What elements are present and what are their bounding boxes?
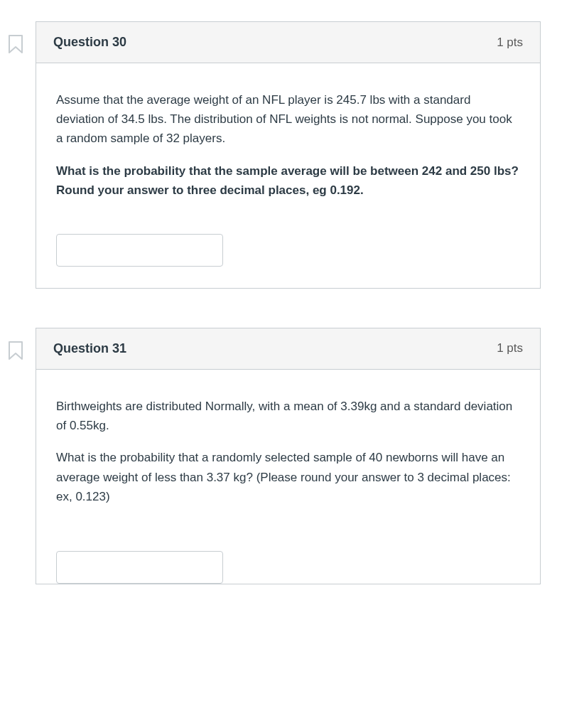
question-31-wrapper: Question 31 1 pts Birthweights are distr… <box>7 328 541 584</box>
question-context: Assume that the average weight of an NFL… <box>56 90 520 149</box>
question-title: Question 30 <box>53 35 126 50</box>
question-card: Question 30 1 pts Assume that the averag… <box>36 21 541 289</box>
bookmark-icon[interactable] <box>7 34 24 54</box>
bookmark-icon[interactable] <box>7 341 24 360</box>
answer-input[interactable] <box>56 234 223 267</box>
question-points: 1 pts <box>497 341 523 355</box>
question-points: 1 pts <box>497 36 523 50</box>
question-context: Birthweights are distributed Normally, w… <box>56 397 520 435</box>
question-header: Question 31 1 pts <box>36 328 540 370</box>
question-30-wrapper: Question 30 1 pts Assume that the averag… <box>7 21 541 289</box>
question-prompt: What is the probability that a randomly … <box>56 448 520 506</box>
question-card: Question 31 1 pts Birthweights are distr… <box>36 328 541 584</box>
answer-input[interactable] <box>56 551 223 584</box>
question-prompt: What is the probability that the sample … <box>56 161 520 200</box>
question-header: Question 30 1 pts <box>36 22 540 63</box>
question-body: Assume that the average weight of an NFL… <box>36 63 540 288</box>
question-title: Question 31 <box>53 341 126 356</box>
question-body: Birthweights are distributed Normally, w… <box>36 370 540 584</box>
